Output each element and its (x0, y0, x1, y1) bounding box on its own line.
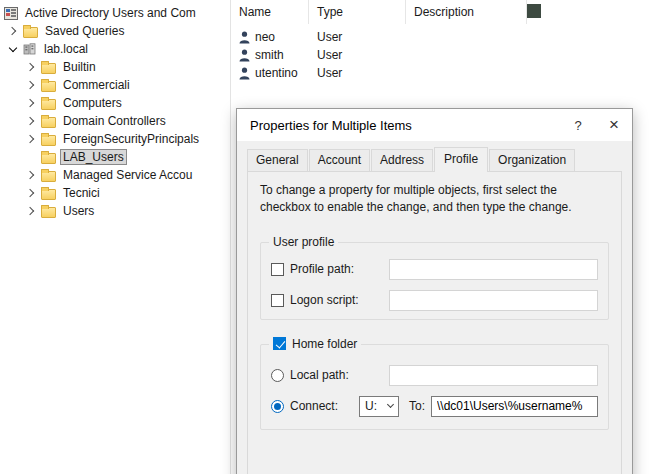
logon-script-label: Logon script: (290, 293, 359, 307)
profile-path-label: Profile path: (290, 262, 354, 276)
aduc-console: Active Directory Users and Com Saved Que… (0, 0, 656, 474)
list-row-neo[interactable]: neo User (231, 28, 656, 46)
chevron-right-icon[interactable] (24, 205, 37, 218)
chevron-right-icon[interactable] (24, 187, 37, 200)
logon-script-input[interactable] (389, 290, 598, 311)
list-cell-type: User (309, 30, 406, 44)
local-path-radio[interactable] (271, 369, 284, 382)
local-path-row: Local path: (271, 365, 598, 386)
tree-item-foreign-security-principals[interactable]: ForeignSecurityPrincipals (0, 130, 230, 148)
header-corner-icon (527, 4, 541, 18)
folder-icon (41, 135, 56, 146)
tree-item-label: Builtin (60, 59, 99, 75)
tree-item-commerciali[interactable]: Commerciali (0, 76, 230, 94)
folder-icon (41, 171, 56, 182)
connect-radio[interactable] (271, 400, 284, 413)
tree-item-lab-local[interactable]: lab.local (0, 40, 230, 58)
tab-general[interactable]: General (247, 149, 308, 171)
tab-organization[interactable]: Organization (489, 149, 575, 171)
tree-item-lab-users[interactable]: LAB_Users (0, 148, 230, 166)
instruction-text: To change a property for multiple object… (260, 182, 609, 216)
local-path-label: Local path: (290, 368, 349, 382)
profile-path-checkbox[interactable] (271, 263, 284, 276)
tree-item-managed-service-accounts[interactable]: Managed Service Accou (0, 166, 230, 184)
connect-label: Connect: (290, 399, 338, 413)
drive-letter-value: U: (365, 399, 377, 413)
column-header-spacer (527, 0, 656, 24)
tree-item-label: Tecnici (60, 185, 103, 201)
properties-dialog: Properties for Multiple Items ? × Genera… (236, 108, 633, 474)
chevron-right-icon[interactable] (24, 133, 37, 146)
home-folder-groupbox: Home folder Local path: Connect: U (260, 344, 609, 430)
chevron-right-icon[interactable] (24, 97, 37, 110)
tree-item-label: Managed Service Accou (60, 167, 195, 183)
list-rows: neo User smith User (231, 24, 656, 82)
tree-item-label: Computers (60, 95, 125, 111)
folder-icon (41, 63, 56, 74)
console-tree: Active Directory Users and Com Saved Que… (0, 0, 230, 474)
tree-item-label: ForeignSecurityPrincipals (60, 131, 202, 147)
tree-item-label: Saved Queries (42, 23, 127, 39)
tree-item-label: Users (60, 203, 97, 219)
user-icon (239, 67, 251, 80)
tree-item-domain-controllers[interactable]: Domain Controllers (0, 112, 230, 130)
tree-item-builtin[interactable]: Builtin (0, 58, 230, 76)
folder-icon (41, 81, 56, 92)
chevron-right-icon[interactable] (24, 61, 37, 74)
profile-path-row: Profile path: (271, 259, 598, 280)
profile-tab-page: To change a property for multiple object… (247, 171, 622, 474)
domain-icon (23, 43, 37, 55)
list-cell-name: utentino (255, 66, 298, 80)
tree-item-label: Domain Controllers (60, 113, 169, 129)
home-folder-checkbox[interactable] (273, 337, 286, 350)
tree-item-label: Commerciali (60, 77, 133, 93)
column-header-name[interactable]: Name (231, 0, 309, 24)
dialog-titlebar[interactable]: Properties for Multiple Items ? × (237, 109, 632, 141)
column-header-type[interactable]: Type (309, 0, 406, 24)
chevron-right-icon[interactable] (6, 25, 19, 38)
home-folder-label: Home folder (292, 337, 357, 351)
local-path-input[interactable] (389, 365, 598, 386)
folder-icon (41, 117, 56, 128)
tab-profile[interactable]: Profile (434, 147, 488, 172)
chevron-placeholder (24, 151, 37, 164)
chevron-down-icon[interactable] (6, 43, 19, 56)
console-root-icon (4, 7, 18, 20)
folder-icon (41, 99, 56, 110)
home-folder-path-input[interactable] (431, 396, 598, 417)
tree-item-users[interactable]: Users (0, 202, 230, 220)
help-button[interactable]: ? (560, 110, 596, 141)
to-label: To: (409, 399, 425, 413)
connect-row: Connect: U: To: (271, 396, 598, 417)
folder-icon (41, 153, 56, 164)
list-row-smith[interactable]: smith User (231, 46, 656, 64)
close-button[interactable]: × (596, 110, 632, 141)
logon-script-checkbox[interactable] (271, 294, 284, 307)
chevron-right-icon[interactable] (24, 115, 37, 128)
user-profile-legend: User profile (269, 235, 338, 249)
user-icon (239, 49, 251, 62)
chevron-right-icon[interactable] (24, 169, 37, 182)
logon-script-row: Logon script: (271, 290, 598, 311)
chevron-down-icon (387, 401, 394, 408)
dialog-title: Properties for Multiple Items (237, 118, 560, 133)
user-icon (239, 31, 251, 44)
tree-item-label: lab.local (41, 41, 91, 57)
column-header-description[interactable]: Description (406, 0, 527, 24)
tree-item-root[interactable]: Active Directory Users and Com (0, 4, 230, 22)
drive-letter-select[interactable]: U: (359, 396, 399, 417)
tree-item-computers[interactable]: Computers (0, 94, 230, 112)
tree-item-saved-queries[interactable]: Saved Queries (0, 22, 230, 40)
profile-path-input[interactable] (389, 259, 598, 280)
tab-account[interactable]: Account (309, 149, 370, 171)
tree-item-label-selected: LAB_Users (60, 149, 127, 165)
tab-address[interactable]: Address (371, 149, 433, 171)
tree-item-tecnici[interactable]: Tecnici (0, 184, 230, 202)
list-row-utentino[interactable]: utentino User (231, 64, 656, 82)
tree-item-label: Active Directory Users and Com (22, 5, 199, 21)
list-cell-type: User (309, 48, 406, 62)
folder-icon (23, 27, 38, 38)
list-header: Name Type Description (231, 0, 656, 24)
chevron-right-icon[interactable] (24, 79, 37, 92)
list-cell-type: User (309, 66, 406, 80)
